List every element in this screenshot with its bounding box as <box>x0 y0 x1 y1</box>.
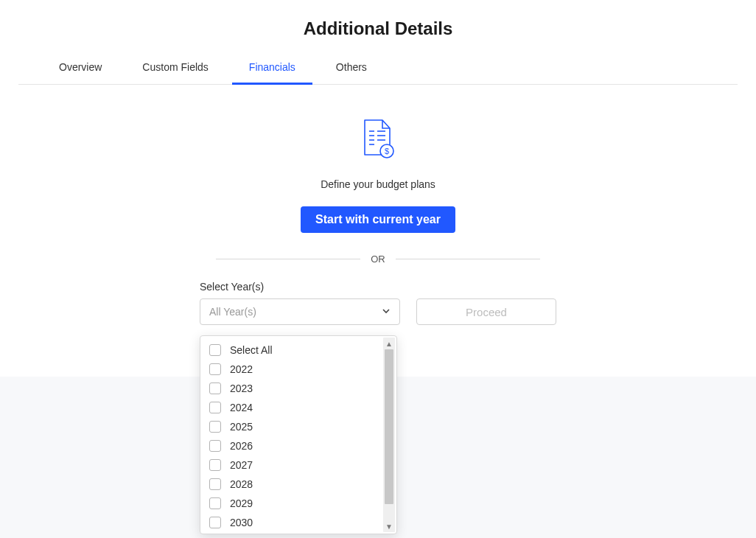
option-label: Select All <box>230 344 273 356</box>
option-year[interactable]: 2027 <box>200 455 396 475</box>
tabs-bar: Overview Custom Fields Financials Others <box>18 61 738 85</box>
page-title: Additional Details <box>0 0 756 61</box>
dropdown-scrollbar[interactable]: ▲ ▼ <box>383 338 395 532</box>
checkbox-icon <box>209 478 221 490</box>
option-label: 2022 <box>230 363 253 375</box>
option-year[interactable]: 2023 <box>200 379 396 398</box>
tab-financials[interactable]: Financials <box>249 61 295 84</box>
checkbox-icon <box>209 440 221 452</box>
option-year[interactable]: 2026 <box>200 436 396 455</box>
tab-overview[interactable]: Overview <box>59 61 102 84</box>
svg-text:$: $ <box>385 147 389 156</box>
divider-line <box>396 259 540 259</box>
year-select-label: Select Year(s) <box>200 281 400 293</box>
checkbox-icon <box>209 459 221 471</box>
financials-panel: $ Define your budget plans Start with cu… <box>18 85 738 377</box>
proceed-button[interactable]: Proceed <box>416 298 556 325</box>
hint-text: Define your budget plans <box>321 178 435 190</box>
checkbox-icon <box>209 344 221 356</box>
tab-others[interactable]: Others <box>336 61 367 84</box>
scroll-down-icon[interactable]: ▼ <box>383 520 395 532</box>
start-current-year-button[interactable]: Start with current year <box>301 206 455 233</box>
option-label: 2025 <box>230 421 253 433</box>
option-label: 2024 <box>230 402 253 413</box>
year-select-placeholder: All Year(s) <box>209 306 256 318</box>
option-label: 2027 <box>230 459 253 471</box>
or-divider: OR <box>216 254 540 265</box>
dropdown-scroll[interactable]: Select All 2022 2023 2024 2025 2026 2027… <box>200 336 396 534</box>
checkbox-icon <box>209 421 221 433</box>
option-year[interactable]: 2024 <box>200 398 396 417</box>
option-year[interactable]: 2022 <box>200 360 396 379</box>
option-label: 2029 <box>230 497 253 509</box>
year-select-dropdown: Select All 2022 2023 2024 2025 2026 2027… <box>200 335 397 534</box>
option-label: 2026 <box>230 440 253 452</box>
option-year[interactable]: 2030 <box>200 513 396 534</box>
checkbox-icon <box>209 363 221 375</box>
checkbox-icon <box>209 497 221 509</box>
option-select-all[interactable]: Select All <box>200 336 396 360</box>
scrollbar-thumb[interactable] <box>385 349 393 504</box>
option-year[interactable]: 2025 <box>200 417 396 436</box>
budget-document-icon: $ <box>360 118 396 162</box>
checkbox-icon <box>209 402 221 413</box>
option-year[interactable]: 2029 <box>200 494 396 513</box>
checkbox-icon <box>209 517 221 528</box>
year-select[interactable]: All Year(s) <box>200 298 400 325</box>
option-year[interactable]: 2028 <box>200 475 396 494</box>
or-label: OR <box>360 254 396 265</box>
tab-custom-fields[interactable]: Custom Fields <box>142 61 208 84</box>
checkbox-icon <box>209 382 221 394</box>
option-label: 2030 <box>230 517 253 528</box>
scroll-up-icon[interactable]: ▲ <box>383 338 395 349</box>
chevron-down-icon <box>382 305 391 318</box>
option-label: 2023 <box>230 382 253 394</box>
divider-line <box>216 259 360 259</box>
year-select-control: Select Year(s) All Year(s) Select All 20… <box>200 281 400 325</box>
option-label: 2028 <box>230 478 253 490</box>
